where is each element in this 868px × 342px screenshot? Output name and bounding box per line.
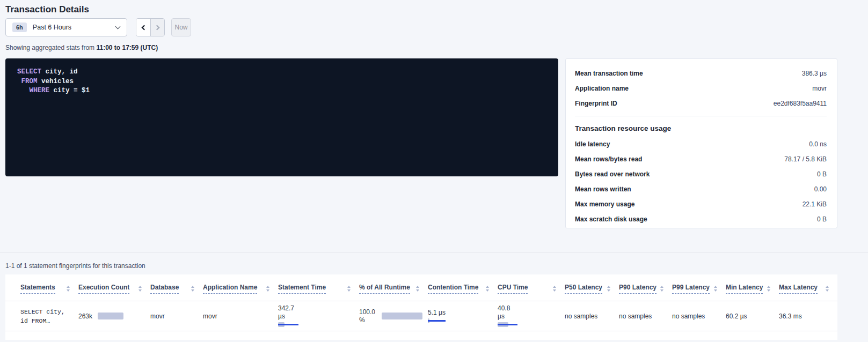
- sort-arrows-icon: [553, 286, 556, 292]
- contention-time-cell: 5.1 µs: [428, 309, 492, 324]
- column-header-p90-latency[interactable]: P90 Latency: [619, 274, 672, 301]
- cpu-time-cell: 40.8 µs: [498, 304, 559, 328]
- chevron-down-icon: [115, 24, 121, 29]
- column-header-database[interactable]: Database: [150, 274, 203, 301]
- column-header-p50-latency[interactable]: P50 Latency: [565, 274, 619, 301]
- chevron-left-icon: [142, 25, 147, 30]
- page-title: Transaction Details: [5, 0, 837, 15]
- summary-label: Application name: [575, 85, 629, 92]
- time-range-badge: 6h: [12, 23, 27, 32]
- column-label: Execution Count: [78, 284, 129, 294]
- max-latency-value: 36.3 ms: [779, 301, 837, 331]
- time-range-nav-group: [136, 18, 165, 36]
- column-header-max-latency[interactable]: Max Latency: [779, 274, 837, 301]
- cpu-time-bar: [498, 322, 524, 328]
- sort-arrows-icon: [714, 286, 717, 292]
- summary-label: Mean transaction time: [575, 70, 643, 77]
- summary-row: Bytes read over network 0 B: [575, 167, 827, 182]
- summary-row: Idle latency 0.0 ns: [575, 137, 827, 152]
- summary-label: Bytes read over network: [575, 170, 650, 178]
- time-range-toolbar: 6h Past 6 Hours Now: [5, 18, 837, 36]
- sort-arrows-icon: [767, 286, 770, 292]
- statement-row: SELECT city, id FROM… 263k movr movr: [5, 301, 837, 331]
- pct-runtime-unit: %: [359, 316, 375, 324]
- summary-value: ee2df683f5aa9411: [774, 100, 827, 107]
- summary-row: Mean rows written 0.00: [575, 182, 827, 197]
- column-label: Min Latency: [726, 284, 763, 294]
- summary-label: Fingerprint ID: [575, 100, 617, 107]
- execution-count-bar: [98, 313, 123, 319]
- column-header-statements[interactable]: Statements: [5, 274, 78, 301]
- now-button[interactable]: Now: [171, 18, 191, 36]
- statement-time-cell: 342.7 µs: [278, 304, 354, 328]
- summary-label: Max scratch disk usage: [575, 215, 647, 223]
- contention-time-bar: [428, 318, 455, 324]
- sql-text: city, id: [41, 68, 78, 76]
- p99-latency-value: no samples: [672, 301, 726, 331]
- next-time-range-button[interactable]: [150, 19, 164, 36]
- statement-text: id FROM…: [20, 317, 50, 324]
- summary-row: Max memory usage 22.1 KiB: [575, 197, 827, 212]
- column-header-application-name[interactable]: Application Name: [203, 274, 278, 301]
- column-header-p99-latency[interactable]: P99 Latency: [672, 274, 726, 301]
- pct-runtime-bar: [382, 313, 422, 319]
- prev-time-range-button[interactable]: [136, 19, 150, 36]
- pct-runtime-value: 100.0: [359, 308, 375, 316]
- column-label: CPU Time: [498, 284, 528, 294]
- resource-usage-title: Transaction resource usage: [575, 116, 827, 137]
- sort-arrows-icon: [416, 286, 419, 292]
- summary-value: 78.17 / 5.8 KiB: [784, 155, 827, 163]
- column-label: % of All Runtime: [359, 284, 410, 294]
- statement-link[interactable]: SELECT city, id FROM…: [20, 307, 73, 325]
- column-label: Contention Time: [428, 284, 478, 294]
- column-label: Database: [150, 284, 179, 294]
- statement-time-value: 342.7: [278, 304, 354, 313]
- sort-arrows-icon: [191, 286, 194, 292]
- sql-keyword: FROM: [17, 78, 38, 85]
- min-latency-value: 60.2 µs: [726, 301, 779, 331]
- column-label: P99 Latency: [672, 284, 710, 294]
- summary-label: Max memory usage: [575, 200, 634, 208]
- statements-count-text: 1-1 of 1 statement fingerprints for this…: [5, 252, 837, 270]
- cpu-time-unit: µs: [498, 313, 559, 321]
- sort-arrows-icon: [826, 286, 829, 292]
- sql-statement-box: SELECT city, id FROM vehicles WHERE city…: [5, 58, 558, 176]
- database-value: movr: [150, 301, 203, 331]
- sql-line: FROM vehicles: [17, 77, 548, 87]
- column-header-min-latency[interactable]: Min Latency: [726, 274, 779, 301]
- sql-line: WHERE city = $1: [17, 86, 548, 96]
- chevron-right-icon: [154, 25, 159, 30]
- summary-value: 386.3 µs: [802, 70, 827, 77]
- summary-label: Mean rows/bytes read: [575, 155, 642, 163]
- contention-time-value: 5.1 µs: [428, 309, 492, 317]
- column-header-pct-of-all-runtime[interactable]: % of All Runtime: [359, 274, 428, 301]
- table-header-row: Statements Execution Count Database Appl…: [5, 274, 837, 301]
- statement-text: SELECT city,: [20, 308, 65, 315]
- p90-latency-value: no samples: [619, 301, 672, 331]
- summary-label: Mean rows written: [575, 185, 631, 193]
- statements-table-card: Statements Execution Count Database Appl…: [5, 274, 837, 340]
- cpu-time-value: 40.8: [498, 304, 559, 313]
- aggregated-stats-prefix: Showing aggregated stats from: [5, 44, 94, 51]
- summary-row: Application name movr: [575, 81, 827, 96]
- time-range-dropdown[interactable]: 6h Past 6 Hours: [5, 18, 127, 36]
- column-label: Statements: [20, 284, 55, 294]
- sort-arrows-icon: [486, 286, 489, 292]
- sql-line: SELECT city, id: [17, 68, 548, 77]
- summary-row: Mean rows/bytes read 78.17 / 5.8 KiB: [575, 152, 827, 167]
- column-header-cpu-time[interactable]: CPU Time: [498, 274, 565, 301]
- p50-latency-value: no samples: [565, 301, 619, 331]
- column-header-statement-time[interactable]: Statement Time: [278, 274, 359, 301]
- summary-value: 0 B: [817, 170, 827, 178]
- time-range-label: Past 6 Hours: [33, 24, 71, 31]
- summary-label: Idle latency: [575, 140, 610, 148]
- transaction-summary-card: Mean transaction time 386.3 µs Applicati…: [565, 58, 837, 228]
- summary-row: Mean transaction time 386.3 µs: [575, 66, 827, 81]
- summary-value: movr: [812, 85, 827, 92]
- column-header-contention-time[interactable]: Contention Time: [428, 274, 498, 301]
- pct-runtime-cell: 100.0 %: [359, 308, 422, 324]
- sort-arrows-icon: [266, 286, 269, 292]
- sort-arrows-icon: [660, 286, 663, 292]
- column-label: Application Name: [203, 284, 257, 294]
- column-header-execution-count[interactable]: Execution Count: [78, 274, 150, 301]
